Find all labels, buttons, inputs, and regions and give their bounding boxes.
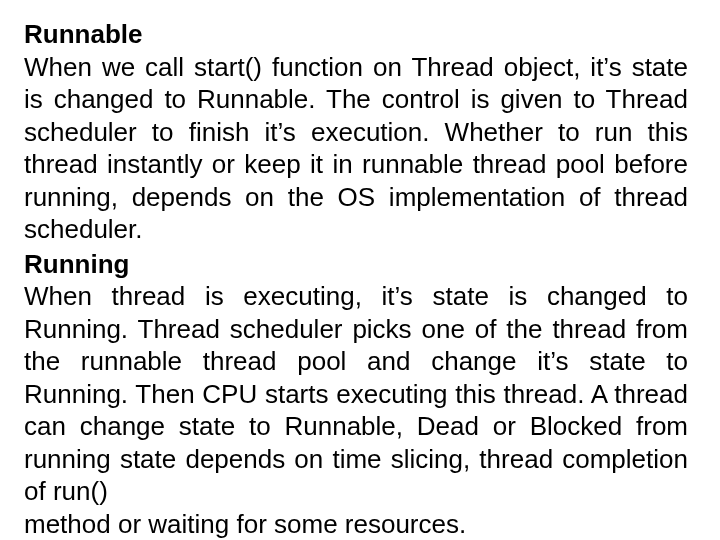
paragraph-running-part1: When thread is executing, it’s state is …: [24, 280, 688, 508]
heading-runnable: Runnable: [24, 16, 688, 51]
document-page: Runnable When we call start() function o…: [0, 0, 720, 540]
heading-running: Running: [24, 246, 688, 281]
paragraph-runnable: When we call start() function on Thread …: [24, 51, 688, 246]
paragraph-running-part2: method or waiting for some resources.: [24, 508, 688, 541]
